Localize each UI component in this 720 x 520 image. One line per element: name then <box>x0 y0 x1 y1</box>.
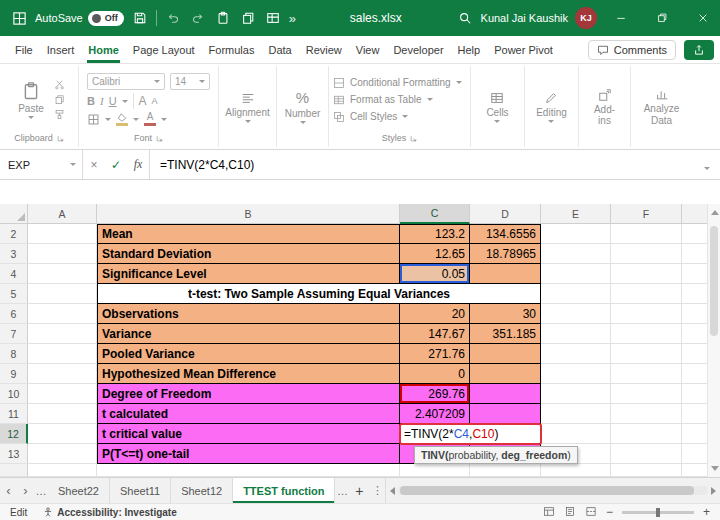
column-header-f[interactable]: F <box>611 204 682 224</box>
tab-developer[interactable]: Developer <box>386 36 450 63</box>
horizontal-scrollbar-track[interactable] <box>398 486 708 495</box>
chevron-down-icon[interactable] <box>122 100 128 103</box>
cell-d8[interactable] <box>470 344 541 364</box>
row-header[interactable] <box>0 464 28 477</box>
row-header[interactable]: 6 <box>0 304 28 324</box>
cell-a10[interactable] <box>28 384 97 404</box>
cell-a9[interactable] <box>28 364 97 384</box>
cell-e3[interactable] <box>541 244 611 264</box>
cell-d11[interactable] <box>470 404 541 424</box>
zoom-slider-thumb[interactable] <box>656 508 660 517</box>
cell-d9[interactable] <box>470 364 541 384</box>
cell-c2[interactable]: 123.2 <box>400 224 470 244</box>
cell-c7[interactable]: 147.67 <box>400 324 470 344</box>
search-icon[interactable] <box>456 9 474 27</box>
cell-f2[interactable] <box>611 224 682 244</box>
cell-f14[interactable] <box>611 464 682 477</box>
cell-f7[interactable] <box>611 324 682 344</box>
alignment-button[interactable]: Alignment <box>220 91 274 123</box>
cell-b13[interactable]: P(T<=t) one-tail <box>97 444 400 464</box>
tab-power-pivot[interactable]: Power Pivot <box>487 36 560 63</box>
cell-e10[interactable] <box>541 384 611 404</box>
row-header[interactable]: 9 <box>0 364 28 384</box>
dialog-launcher-icon[interactable] <box>57 135 64 142</box>
sheet-tab-sheet22[interactable]: Sheet22 <box>48 478 110 503</box>
format-painter-icon[interactable] <box>54 109 65 120</box>
borders-icon[interactable] <box>87 113 100 126</box>
cell-b9[interactable]: Hypothesized Mean Difference <box>97 364 400 384</box>
zoom-in-button[interactable]: + <box>703 506 710 518</box>
cells-button[interactable]: Cells <box>481 91 513 123</box>
cell-b3[interactable]: Standard Deviation <box>97 244 400 264</box>
tab-insert[interactable]: Insert <box>40 36 82 63</box>
cell-b14[interactable] <box>97 464 400 477</box>
cell-a3[interactable] <box>28 244 97 264</box>
row-header[interactable]: 13 <box>0 444 28 464</box>
cell-a14[interactable] <box>28 464 97 477</box>
normal-view-icon[interactable] <box>543 506 555 519</box>
vertical-scrollbar-thumb[interactable] <box>710 226 718 336</box>
sheet-overflow-left[interactable]: … <box>34 478 48 503</box>
tab-view[interactable]: View <box>349 36 387 63</box>
cell-b2[interactable]: Mean <box>97 224 400 244</box>
column-header-b[interactable]: B <box>97 204 400 224</box>
cell-a5[interactable] <box>28 284 97 304</box>
select-all-corner[interactable] <box>0 204 28 224</box>
user-name[interactable]: Kunal Jai Kaushik <box>481 12 568 24</box>
vertical-scrollbar[interactable] <box>707 204 720 477</box>
close-button[interactable] <box>686 0 720 36</box>
grow-font-button[interactable]: A <box>139 95 147 107</box>
avatar[interactable]: KJ <box>575 7 597 29</box>
cell-e12[interactable] <box>541 424 611 444</box>
cut-icon[interactable] <box>54 79 65 90</box>
sheet-overflow-right[interactable]: … <box>335 478 349 503</box>
underline-button[interactable]: U <box>109 96 117 107</box>
zoom-slider[interactable] <box>622 511 694 514</box>
cell-a4[interactable] <box>28 264 97 284</box>
scroll-up-arrow-icon[interactable] <box>711 210 719 215</box>
italic-button[interactable]: I <box>100 96 104 107</box>
cell-f12[interactable] <box>611 424 682 444</box>
cell-d7[interactable]: 351.185 <box>470 324 541 344</box>
share-button[interactable] <box>684 40 714 60</box>
tab-help[interactable]: Help <box>451 36 488 63</box>
format-as-table-button[interactable]: Format as Table <box>333 91 433 108</box>
shrink-font-button[interactable]: A <box>152 97 158 106</box>
save-icon[interactable] <box>131 9 149 27</box>
formula-input[interactable]: =TINV(2*C4,C10) <box>150 158 254 172</box>
cancel-button[interactable]: × <box>83 150 105 179</box>
cell-b8[interactable]: Pooled Variance <box>97 344 400 364</box>
horizontal-scrollbar-thumb[interactable] <box>400 486 694 495</box>
cell-e11[interactable] <box>541 404 611 424</box>
undo-icon[interactable] <box>164 9 182 27</box>
document-title[interactable]: sales.xlsx <box>350 11 402 25</box>
sheet-menu-kebab-icon[interactable]: ⋮ <box>369 478 385 503</box>
cell-a8[interactable] <box>28 344 97 364</box>
add-sheet-button[interactable]: + <box>349 478 369 503</box>
scroll-left-arrow-icon[interactable] <box>390 487 395 495</box>
number-format-button[interactable]: % Number <box>280 89 326 124</box>
cell-c9[interactable]: 0 <box>400 364 470 384</box>
row-header[interactable]: 3 <box>0 244 28 264</box>
copy-icon[interactable] <box>54 94 65 105</box>
name-box[interactable]: EXP <box>0 150 64 179</box>
page-break-view-icon[interactable] <box>585 506 597 519</box>
column-header-e[interactable]: E <box>541 204 611 224</box>
sheet-nav-right-icon[interactable]: › <box>17 478 34 503</box>
cell-b11[interactable]: t calculated <box>97 404 400 424</box>
cell-e8[interactable] <box>541 344 611 364</box>
cell-e14[interactable] <box>541 464 611 477</box>
scroll-down-arrow-icon[interactable] <box>711 466 719 471</box>
cell-e9[interactable] <box>541 364 611 384</box>
cell-f6[interactable] <box>611 304 682 324</box>
cell-c12-editing[interactable]: =TINV(2*C4,C10) TINV(probability, deg_fr… <box>400 424 470 444</box>
cell-f3[interactable] <box>611 244 682 264</box>
cell-f10[interactable] <box>611 384 682 404</box>
cell-d2[interactable]: 134.6556 <box>470 224 541 244</box>
cell-c10-referenced[interactable]: 269.76 <box>400 384 470 404</box>
cell-styles-button[interactable]: Cell Styles <box>333 108 408 125</box>
formula-bar-expand-chevron[interactable] <box>704 156 710 174</box>
font-name-select[interactable]: Calibri <box>87 73 165 90</box>
row-header[interactable]: 2 <box>0 224 28 244</box>
horizontal-scrollbar[interactable] <box>385 478 720 503</box>
